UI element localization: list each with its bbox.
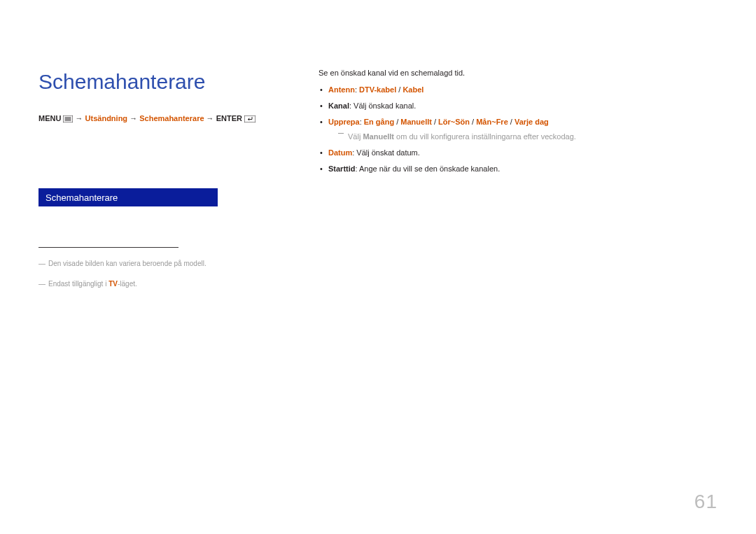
upprepa-slash-2: /: [432, 118, 438, 126]
item-upprepa: Upprepa: En gång / Manuellt / Lör~Sön / …: [318, 116, 710, 143]
upprepa-slash-3: /: [470, 118, 476, 126]
footnote-1: ―Den visade bilden kan variera beroende …: [38, 259, 304, 268]
footnote-2: ―Endast tillgängligt i TV-läget.: [38, 279, 304, 288]
arrow-2: →: [130, 114, 139, 122]
upprepa-sub-a: Välj: [348, 132, 363, 141]
page-number: 61: [694, 491, 718, 513]
menu-icon: [63, 115, 73, 125]
upprepa-label: Upprepa: [328, 118, 360, 126]
menu-label: MENU: [38, 114, 61, 122]
kanal-label: Kanal: [328, 101, 349, 110]
upprepa-opt2: Manuellt: [400, 118, 432, 126]
left-column: Schemahanterare MENU → Utsändning → Sche…: [38, 70, 304, 288]
upprepa-slash-4: /: [508, 118, 514, 126]
item-starttid: Starttid: Ange när du vill se den önskad…: [318, 163, 710, 175]
upprepa-subnote: Välj Manuellt om du vill konfigurera ins…: [328, 131, 710, 143]
enter-icon: [244, 115, 255, 125]
upprepa-opt5: Varje dag: [514, 118, 549, 126]
antenn-opt2: Kabel: [402, 85, 424, 94]
upprepa-opt1: En gång: [364, 118, 394, 126]
upprepa-opt3: Lör~Sön: [438, 118, 470, 126]
starttid-label: Starttid: [328, 164, 356, 173]
bluebox-schemahanterare: Schemahanterare: [38, 188, 218, 206]
intro-text: Se en önskad kanal vid en schemalagd tid…: [318, 69, 710, 77]
item-datum: Datum: Välj önskat datum.: [318, 147, 710, 159]
footnote-dash-2: ―: [38, 280, 46, 288]
upprepa-slash-1: /: [394, 118, 400, 126]
datum-text: : Välj önskat datum.: [352, 148, 420, 157]
starttid-text: : Ange när du vill se den önskade kanale…: [356, 164, 500, 173]
arrow-3: →: [206, 114, 216, 122]
item-kanal: Kanal: Välj önskad kanal.: [318, 100, 710, 112]
option-list: Antenn: DTV-kabel / Kabel Kanal: Välj ön…: [318, 84, 710, 175]
footnote-1-text: Den visade bilden kan variera beroende p…: [48, 260, 206, 267]
antenn-slash-1: /: [396, 85, 402, 94]
footnote-dash-1: ―: [38, 260, 46, 267]
datum-label: Datum: [328, 148, 352, 157]
menu-path: MENU → Utsändning → Schemahanterare → EN…: [38, 113, 304, 125]
enter-label: ENTER: [216, 114, 242, 122]
upprepa-sub-c: om du vill konfigurera inställningarna e…: [394, 132, 576, 141]
footnote-2-text-a: Endast tillgängligt i: [48, 280, 108, 288]
bluebox-label: Schemahanterare: [46, 192, 118, 203]
footnote-2-text-b: -läget.: [118, 280, 137, 288]
upprepa-opt4: Mån~Fre: [476, 118, 508, 126]
path-seg-1: Utsändning: [85, 114, 128, 122]
page-title: Schemahanterare: [38, 70, 304, 94]
upprepa-sub-b: Manuellt: [363, 132, 394, 141]
footnote-divider: [38, 247, 178, 248]
right-column: Se en önskad kanal vid en schemalagd tid…: [318, 69, 710, 175]
arrow-1: →: [76, 114, 85, 122]
antenn-label: Antenn: [328, 85, 355, 94]
item-antenn: Antenn: DTV-kabel / Kabel: [318, 84, 710, 96]
kanal-text: : Välj önskad kanal.: [349, 101, 416, 110]
document-page: Schemahanterare MENU → Utsändning → Sche…: [0, 0, 756, 534]
path-seg-2: Schemahanterare: [139, 114, 204, 122]
antenn-opt1: DTV-kabel: [359, 85, 396, 94]
footnote-2-tv: TV: [108, 280, 118, 288]
